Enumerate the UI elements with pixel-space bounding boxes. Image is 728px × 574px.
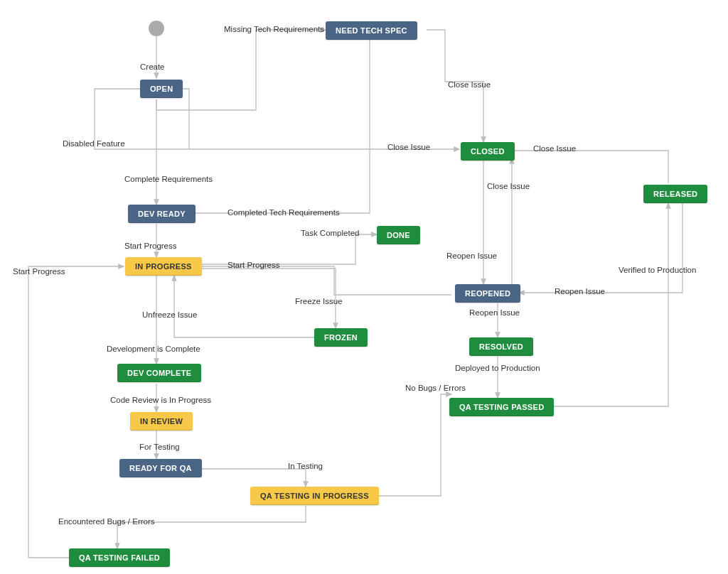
- edge-reopen-resolved: Reopen Issue: [469, 308, 520, 317]
- node-reopened[interactable]: REOPENED: [455, 284, 520, 303]
- node-resolved[interactable]: RESOLVED: [469, 337, 533, 356]
- node-label: RELEASED: [653, 190, 697, 198]
- node-dev-ready[interactable]: DEV READY: [128, 205, 196, 223]
- edge-no-bugs: No Bugs / Errors: [405, 384, 466, 392]
- edge-task-completed: Task Completed: [301, 229, 359, 237]
- edge-dev-complete: Development is Complete: [107, 345, 200, 353]
- edge-freeze: Freeze Issue: [295, 297, 342, 305]
- node-label: OPEN: [150, 85, 173, 93]
- node-in-review[interactable]: IN REVIEW: [130, 412, 193, 430]
- node-label: NEED TECH SPEC: [336, 26, 407, 35]
- node-label: RESOLVED: [479, 342, 523, 351]
- workflow-diagram: OPEN NEED TECH SPEC DEV READY IN PROGRES…: [0, 0, 728, 574]
- edge-completed-tech-req: Completed Tech Requirements: [228, 208, 340, 217]
- node-closed[interactable]: CLOSED: [461, 142, 515, 161]
- node-label: FROZEN: [324, 333, 358, 342]
- edge-missing-tech-req: Missing Tech Requirements: [224, 25, 324, 33]
- edge-close-reopened: Close Issue: [487, 182, 530, 190]
- node-qa-failed[interactable]: QA TESTING FAILED: [69, 548, 170, 567]
- edge-code-review: Code Review is In Progress: [110, 396, 211, 404]
- edge-start-progress: Start Progress: [124, 242, 177, 250]
- start-node: [149, 21, 164, 36]
- node-qa-passed[interactable]: QA TESTING PASSED: [449, 398, 554, 416]
- node-label: QA TESTING FAILED: [79, 553, 160, 562]
- edge-close-released: Close Issue: [533, 144, 576, 153]
- edge-unfreeze: Unfreeze Issue: [142, 310, 197, 319]
- node-label: DEV COMPLETE: [127, 369, 191, 377]
- node-qa-in-progress[interactable]: QA TESTING IN PROGRESS: [250, 487, 379, 505]
- node-in-progress[interactable]: IN PROGRESS: [125, 257, 202, 276]
- edge-for-testing: For Testing: [139, 443, 180, 451]
- edge-complete-req: Complete Requirements: [124, 175, 213, 183]
- edge-close-from-spec: Close Issue: [448, 80, 491, 89]
- edge-start-progress-reop: Start Progress: [228, 261, 280, 269]
- edge-verified: Verified to Production: [619, 266, 696, 274]
- edge-bugs: Encountered Bugs / Errors: [58, 517, 155, 526]
- node-label: DEV READY: [138, 210, 186, 218]
- node-label: REOPENED: [465, 289, 510, 298]
- node-released[interactable]: RELEASED: [643, 185, 707, 203]
- node-need-tech-spec[interactable]: NEED TECH SPEC: [326, 21, 417, 40]
- edge-disabled-feature: Disabled Feature: [63, 139, 125, 148]
- node-label: IN REVIEW: [140, 417, 183, 426]
- node-done[interactable]: DONE: [377, 226, 420, 244]
- edge-close-issue-open: Close Issue: [387, 143, 430, 151]
- edge-deployed: Deployed to Production: [455, 364, 540, 372]
- edge-create: Create: [140, 63, 165, 71]
- node-label: QA TESTING PASSED: [459, 403, 544, 411]
- edge-in-testing: In Testing: [288, 462, 323, 470]
- node-open[interactable]: OPEN: [140, 80, 183, 98]
- node-dev-complete[interactable]: DEV COMPLETE: [117, 364, 201, 382]
- edge-reopen-closed: Reopen Issue: [446, 251, 497, 260]
- node-label: CLOSED: [471, 147, 505, 156]
- node-label: QA TESTING IN PROGRESS: [260, 492, 369, 500]
- edge-start-progress-fail: Start Progress: [13, 267, 65, 276]
- node-label: DONE: [387, 231, 410, 239]
- node-frozen[interactable]: FROZEN: [314, 328, 368, 347]
- node-label: READY FOR QA: [129, 464, 192, 472]
- node-label: IN PROGRESS: [135, 262, 192, 271]
- edge-reopen-side: Reopen Issue: [555, 287, 605, 296]
- node-ready-for-qa[interactable]: READY FOR QA: [119, 459, 202, 477]
